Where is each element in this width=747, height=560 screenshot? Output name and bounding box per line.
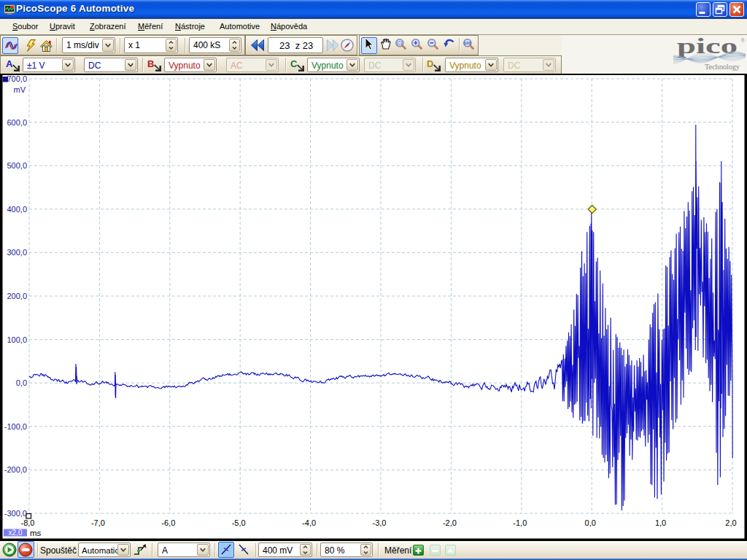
svg-text:200,0: 200,0: [7, 292, 27, 300]
svg-text:-200,0: -200,0: [4, 465, 27, 474]
svg-text:-6,0: -6,0: [161, 518, 175, 527]
svg-text:1,0: 1,0: [655, 518, 666, 527]
svg-text:100: 100: [464, 41, 472, 45]
svg-text:ms: ms: [30, 529, 42, 537]
svg-text:mV: mV: [14, 85, 26, 94]
svg-text:700,0: 700,0: [7, 74, 27, 83]
svg-text:-4,0: -4,0: [302, 518, 316, 527]
svg-text:®: ®: [740, 36, 746, 44]
svg-text:0,0: 0,0: [585, 518, 596, 527]
svg-text:100,0: 100,0: [7, 335, 27, 344]
svg-text:-8,0: -8,0: [21, 518, 35, 527]
svg-text:600,0: 600,0: [7, 118, 27, 127]
svg-text:-2,0: -2,0: [443, 518, 457, 527]
svg-text:-3,0: -3,0: [373, 518, 387, 527]
svg-text:-1,0: -1,0: [513, 518, 527, 527]
svg-text:-5,0: -5,0: [232, 518, 246, 527]
svg-text:-100,0: -100,0: [4, 422, 27, 431]
svg-text:300,0: 300,0: [7, 248, 27, 257]
svg-text:Technology: Technology: [705, 63, 740, 71]
svg-text:-7,0: -7,0: [91, 518, 105, 527]
svg-text:2,0: 2,0: [725, 518, 736, 527]
svg-text:x2,0: x2,0: [9, 529, 23, 537]
svg-text:500,0: 500,0: [7, 161, 27, 170]
svg-text:0,0: 0,0: [16, 378, 27, 387]
svg-text:-300,0: -300,0: [4, 509, 27, 518]
svg-text:400,0: 400,0: [7, 205, 27, 214]
